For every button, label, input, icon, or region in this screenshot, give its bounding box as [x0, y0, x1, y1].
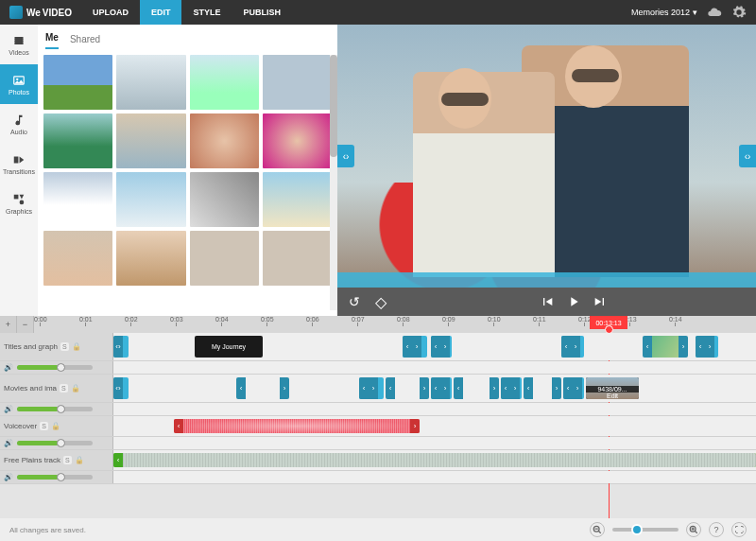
solo-chip[interactable]: S — [40, 422, 48, 430]
lock-icon[interactable]: 🔒 — [51, 422, 60, 430]
nav-style[interactable]: STYLE — [181, 0, 232, 25]
settings-gear-icon[interactable] — [731, 5, 747, 20]
media-thumb[interactable] — [263, 55, 332, 110]
play-button[interactable] — [564, 292, 583, 311]
media-thumb[interactable] — [43, 113, 112, 168]
zoom-slider[interactable] — [612, 528, 679, 532]
media-thumb[interactable] — [116, 172, 185, 227]
sidebar-item-photos[interactable]: Photos — [0, 64, 38, 104]
clip[interactable]: ‹› — [431, 336, 452, 358]
video-clip[interactable]: ‹› — [643, 336, 688, 358]
audio-clip[interactable]: ‹› — [174, 419, 420, 433]
media-thumb[interactable] — [190, 231, 259, 286]
media-thumb[interactable] — [43, 172, 112, 227]
sidebar-item-transitions[interactable]: Transitions — [0, 144, 38, 183]
prev-clip-button[interactable] — [538, 292, 557, 311]
track-body-music[interactable]: ‹ — [113, 450, 756, 470]
library-tab-me[interactable]: Me — [45, 32, 59, 49]
trim-handle-left[interactable]: ‹› — [337, 145, 354, 167]
preview-canvas[interactable]: ‹› ‹› — [337, 25, 756, 288]
clip[interactable]: ‹› — [359, 377, 384, 399]
solo-chip[interactable]: S — [63, 456, 72, 464]
media-thumb[interactable] — [190, 172, 259, 227]
audio-clip[interactable]: ‹ — [113, 453, 756, 467]
clip[interactable]: ‹› — [561, 336, 584, 358]
fullscreen-button[interactable]: ⛶ — [731, 522, 747, 537]
add-track-button[interactable]: + — [0, 316, 17, 333]
plus-icon: + — [6, 320, 10, 329]
nav-upload[interactable]: UPLOAD — [81, 0, 140, 25]
zoom-knob[interactable] — [631, 524, 643, 535]
next-clip-button[interactable] — [591, 292, 610, 311]
title-clip[interactable]: My Journey — [195, 336, 263, 358]
media-thumb[interactable] — [43, 55, 112, 110]
lock-icon[interactable]: 🔒 — [71, 384, 80, 393]
lock-icon[interactable]: 🔒 — [72, 342, 81, 351]
media-thumb[interactable] — [116, 55, 185, 110]
time-ruler[interactable]: 0:000:010:020:030:040:050:060:070:080:09… — [34, 316, 756, 333]
video-clip[interactable]: ‹› — [386, 377, 429, 399]
shapes-icon — [10, 193, 27, 206]
sidebar-item-graphics[interactable]: Graphics — [0, 183, 38, 223]
clip[interactable]: ‹› — [696, 336, 718, 358]
track-head-movies[interactable]: Movies and ima S 🔒 — [0, 375, 113, 402]
track-body-titles[interactable]: ‹› My Journey ‹› ‹› ‹› ‹› ‹› — [113, 333, 756, 360]
ruler-tick: 0:06 — [306, 316, 319, 333]
zoom-out-button[interactable] — [590, 522, 605, 537]
volume-slider[interactable] — [17, 407, 93, 411]
speaker-icon[interactable]: 🔊 — [4, 473, 13, 481]
keyframe-button[interactable]: ◇ — [371, 292, 390, 311]
media-thumb[interactable] — [263, 231, 332, 286]
sidebar-item-audio[interactable]: Audio — [0, 104, 38, 144]
remove-track-button[interactable]: − — [17, 316, 34, 333]
library-tab-shared[interactable]: Shared — [70, 34, 100, 49]
zoom-in-button[interactable] — [686, 522, 701, 537]
clip[interactable]: ‹› — [113, 336, 129, 358]
track-head-music[interactable]: Free Plains track S 🔒 — [0, 450, 113, 470]
track-head-titles[interactable]: Titles and graph S 🔒 — [0, 333, 113, 360]
speaker-icon[interactable]: 🔊 — [4, 439, 13, 447]
clip[interactable]: ‹› — [403, 336, 427, 358]
svg-line-16 — [695, 531, 697, 533]
clip[interactable]: ‹› — [501, 377, 522, 399]
volume-slider[interactable] — [17, 365, 93, 370]
volume-slider[interactable] — [17, 475, 93, 480]
undo-button[interactable]: ↺ — [345, 292, 364, 311]
media-thumb[interactable] — [43, 231, 112, 286]
video-clip[interactable]: ‹› — [236, 377, 289, 399]
cloud-sync-icon[interactable] — [707, 5, 722, 20]
track-body-voiceover[interactable]: ‹› — [113, 416, 756, 436]
project-selector[interactable]: Memories 2012 ▾ — [631, 8, 697, 17]
trim-handle-right[interactable]: ‹› — [739, 145, 756, 167]
solo-chip[interactable]: S — [60, 342, 69, 351]
lock-icon[interactable]: 🔒 — [75, 456, 84, 464]
photo-icon — [10, 74, 27, 87]
clip[interactable]: ‹› — [431, 377, 452, 399]
nav-publish[interactable]: PUBLISH — [232, 0, 292, 25]
clip[interactable]: ‹› — [563, 377, 584, 399]
clip[interactable]: ‹› — [113, 377, 129, 399]
speaker-icon[interactable]: 🔊 — [4, 363, 13, 372]
video-clip[interactable]: ‹› — [524, 377, 561, 399]
video-clip[interactable]: ‹› — [454, 377, 499, 399]
track-head-voiceover[interactable]: Voiceover S 🔒 — [0, 416, 113, 436]
solo-chip[interactable]: S — [60, 384, 68, 393]
sidebar-item-videos[interactable]: Videos — [0, 25, 38, 64]
media-thumb[interactable] — [263, 172, 332, 227]
speaker-icon[interactable]: 🔊 — [4, 405, 13, 413]
track-body-movies[interactable]: ‹› ‹› ‹› ‹› ‹› ‹› ‹› ‹› ‹› 9438/09...Edi… — [113, 375, 756, 402]
volume-slider[interactable] — [17, 441, 93, 445]
svg-rect-6 — [24, 42, 25, 43]
media-thumb[interactable] — [190, 55, 259, 110]
track-volume-voiceover: 🔊 — [0, 437, 756, 450]
help-button[interactable]: ? — [709, 522, 724, 537]
library-scrollbar[interactable] — [330, 55, 337, 310]
ruler-tick-label: 0:06 — [306, 316, 319, 323]
media-thumb[interactable] — [116, 231, 185, 286]
media-thumb[interactable] — [263, 113, 332, 168]
video-clip-selected[interactable]: 9438/09...Edit — [586, 377, 639, 399]
nav-edit[interactable]: EDIT — [140, 0, 182, 25]
media-thumb[interactable] — [116, 113, 185, 168]
svg-point-8 — [16, 78, 18, 79]
media-thumb[interactable] — [190, 113, 259, 168]
